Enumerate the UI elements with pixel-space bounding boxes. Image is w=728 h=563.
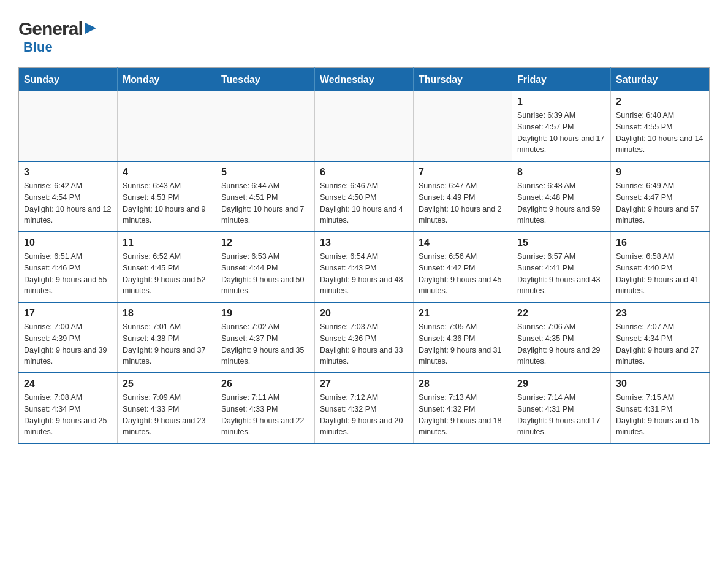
day-info: Sunrise: 6:47 AM Sunset: 4:49 PM Dayligh…	[419, 180, 507, 226]
day-number: 19	[221, 308, 309, 319]
calendar-cell: 11Sunrise: 6:52 AM Sunset: 4:45 PM Dayli…	[118, 232, 216, 302]
day-number: 29	[517, 378, 605, 389]
calendar-cell: 26Sunrise: 7:11 AM Sunset: 4:33 PM Dayli…	[216, 373, 315, 443]
day-number: 24	[24, 378, 112, 389]
day-number: 27	[320, 378, 408, 389]
day-number: 7	[419, 167, 507, 178]
day-number: 6	[320, 167, 408, 178]
day-number: 14	[419, 237, 507, 248]
weekday-header-monday: Monday	[118, 68, 216, 92]
calendar-cell: 5Sunrise: 6:44 AM Sunset: 4:51 PM Daylig…	[216, 161, 315, 232]
day-number: 9	[616, 167, 704, 178]
day-info: Sunrise: 6:46 AM Sunset: 4:50 PM Dayligh…	[320, 180, 408, 226]
calendar-cell: 9Sunrise: 6:49 AM Sunset: 4:47 PM Daylig…	[611, 161, 710, 232]
day-info: Sunrise: 6:49 AM Sunset: 4:47 PM Dayligh…	[616, 180, 704, 226]
calendar-cell: 4Sunrise: 6:43 AM Sunset: 4:53 PM Daylig…	[118, 161, 216, 232]
calendar-cell: 10Sunrise: 6:51 AM Sunset: 4:46 PM Dayli…	[19, 232, 118, 302]
day-info: Sunrise: 6:39 AM Sunset: 4:57 PM Dayligh…	[517, 110, 605, 156]
day-number: 30	[616, 378, 704, 389]
weekday-header-thursday: Thursday	[414, 68, 512, 92]
calendar-cell: 3Sunrise: 6:42 AM Sunset: 4:54 PM Daylig…	[19, 161, 118, 232]
day-number: 26	[221, 378, 309, 389]
day-info: Sunrise: 7:11 AM Sunset: 4:33 PM Dayligh…	[221, 392, 309, 438]
day-number: 25	[123, 378, 211, 389]
calendar-cell: 16Sunrise: 6:58 AM Sunset: 4:40 PM Dayli…	[611, 232, 710, 302]
day-number: 11	[123, 237, 211, 248]
calendar-cell: 20Sunrise: 7:03 AM Sunset: 4:36 PM Dayli…	[315, 302, 414, 373]
calendar-week-row: 24Sunrise: 7:08 AM Sunset: 4:34 PM Dayli…	[19, 373, 710, 443]
logo-general-text: General	[18, 18, 83, 39]
day-number: 13	[320, 237, 408, 248]
calendar-cell: 22Sunrise: 7:06 AM Sunset: 4:35 PM Dayli…	[512, 302, 611, 373]
calendar-table: SundayMondayTuesdayWednesdayThursdayFrid…	[18, 67, 710, 444]
day-info: Sunrise: 6:52 AM Sunset: 4:45 PM Dayligh…	[123, 251, 211, 297]
day-number: 18	[123, 308, 211, 319]
day-info: Sunrise: 7:01 AM Sunset: 4:38 PM Dayligh…	[123, 321, 211, 367]
calendar-cell	[315, 91, 414, 161]
calendar-cell: 19Sunrise: 7:02 AM Sunset: 4:37 PM Dayli…	[216, 302, 315, 373]
logo-arrow-icon	[84, 21, 97, 35]
day-info: Sunrise: 7:08 AM Sunset: 4:34 PM Dayligh…	[24, 392, 112, 438]
day-number: 8	[517, 167, 605, 178]
day-info: Sunrise: 7:06 AM Sunset: 4:35 PM Dayligh…	[517, 321, 605, 367]
calendar-header-row: SundayMondayTuesdayWednesdayThursdayFrid…	[19, 68, 710, 92]
calendar-cell: 2Sunrise: 6:40 AM Sunset: 4:55 PM Daylig…	[611, 91, 710, 161]
day-info: Sunrise: 7:02 AM Sunset: 4:37 PM Dayligh…	[221, 321, 309, 367]
weekday-header-friday: Friday	[512, 68, 611, 92]
logo: General Blue	[18, 18, 97, 55]
day-number: 15	[517, 237, 605, 248]
day-info: Sunrise: 6:57 AM Sunset: 4:41 PM Dayligh…	[517, 251, 605, 297]
logo-blue-text: Blue	[23, 39, 53, 55]
day-number: 23	[616, 308, 704, 319]
calendar-cell: 8Sunrise: 6:48 AM Sunset: 4:48 PM Daylig…	[512, 161, 611, 232]
day-info: Sunrise: 7:13 AM Sunset: 4:32 PM Dayligh…	[419, 392, 507, 438]
weekday-header-tuesday: Tuesday	[216, 68, 315, 92]
calendar-cell: 29Sunrise: 7:14 AM Sunset: 4:31 PM Dayli…	[512, 373, 611, 443]
weekday-header-sunday: Sunday	[19, 68, 118, 92]
calendar-week-row: 3Sunrise: 6:42 AM Sunset: 4:54 PM Daylig…	[19, 161, 710, 232]
day-info: Sunrise: 7:05 AM Sunset: 4:36 PM Dayligh…	[419, 321, 507, 367]
calendar-cell: 24Sunrise: 7:08 AM Sunset: 4:34 PM Dayli…	[19, 373, 118, 443]
day-number: 28	[419, 378, 507, 389]
day-info: Sunrise: 6:42 AM Sunset: 4:54 PM Dayligh…	[24, 180, 112, 226]
calendar-cell: 15Sunrise: 6:57 AM Sunset: 4:41 PM Dayli…	[512, 232, 611, 302]
day-info: Sunrise: 6:48 AM Sunset: 4:48 PM Dayligh…	[517, 180, 605, 226]
calendar-week-row: 1Sunrise: 6:39 AM Sunset: 4:57 PM Daylig…	[19, 91, 710, 161]
page-header: General Blue	[18, 12, 710, 55]
day-number: 4	[123, 167, 211, 178]
calendar-week-row: 17Sunrise: 7:00 AM Sunset: 4:39 PM Dayli…	[19, 302, 710, 373]
day-info: Sunrise: 7:09 AM Sunset: 4:33 PM Dayligh…	[123, 392, 211, 438]
weekday-header-wednesday: Wednesday	[315, 68, 414, 92]
day-info: Sunrise: 7:15 AM Sunset: 4:31 PM Dayligh…	[616, 392, 704, 438]
day-number: 1	[517, 96, 605, 107]
calendar-cell	[19, 91, 118, 161]
calendar-cell: 30Sunrise: 7:15 AM Sunset: 4:31 PM Dayli…	[611, 373, 710, 443]
calendar-cell	[414, 91, 512, 161]
calendar-cell	[118, 91, 216, 161]
calendar-cell: 27Sunrise: 7:12 AM Sunset: 4:32 PM Dayli…	[315, 373, 414, 443]
day-info: Sunrise: 7:07 AM Sunset: 4:34 PM Dayligh…	[616, 321, 704, 367]
calendar-cell: 21Sunrise: 7:05 AM Sunset: 4:36 PM Dayli…	[414, 302, 512, 373]
day-number: 21	[419, 308, 507, 319]
calendar-cell: 7Sunrise: 6:47 AM Sunset: 4:49 PM Daylig…	[414, 161, 512, 232]
day-number: 12	[221, 237, 309, 248]
day-number: 22	[517, 308, 605, 319]
day-number: 10	[24, 237, 112, 248]
calendar-cell: 6Sunrise: 6:46 AM Sunset: 4:50 PM Daylig…	[315, 161, 414, 232]
day-info: Sunrise: 6:58 AM Sunset: 4:40 PM Dayligh…	[616, 251, 704, 297]
day-number: 2	[616, 96, 704, 107]
calendar-cell: 14Sunrise: 6:56 AM Sunset: 4:42 PM Dayli…	[414, 232, 512, 302]
day-number: 20	[320, 308, 408, 319]
day-number: 16	[616, 237, 704, 248]
day-number: 3	[24, 167, 112, 178]
calendar-cell	[216, 91, 315, 161]
day-info: Sunrise: 7:03 AM Sunset: 4:36 PM Dayligh…	[320, 321, 408, 367]
calendar-cell: 12Sunrise: 6:53 AM Sunset: 4:44 PM Dayli…	[216, 232, 315, 302]
day-number: 17	[24, 308, 112, 319]
day-info: Sunrise: 7:12 AM Sunset: 4:32 PM Dayligh…	[320, 392, 408, 438]
calendar-cell: 17Sunrise: 7:00 AM Sunset: 4:39 PM Dayli…	[19, 302, 118, 373]
day-info: Sunrise: 7:00 AM Sunset: 4:39 PM Dayligh…	[24, 321, 112, 367]
day-info: Sunrise: 6:44 AM Sunset: 4:51 PM Dayligh…	[221, 180, 309, 226]
calendar-cell: 18Sunrise: 7:01 AM Sunset: 4:38 PM Dayli…	[118, 302, 216, 373]
day-info: Sunrise: 7:14 AM Sunset: 4:31 PM Dayligh…	[517, 392, 605, 438]
